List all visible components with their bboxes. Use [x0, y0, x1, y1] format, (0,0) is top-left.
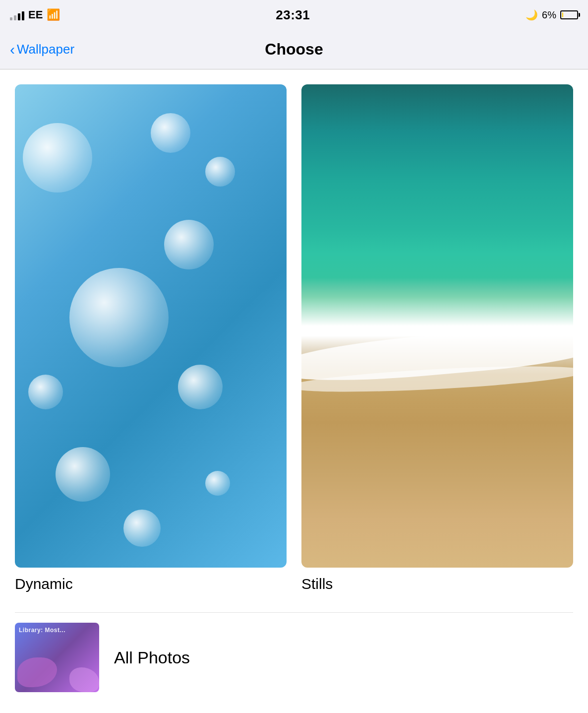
content-area: Dynamic Stills Library: Most... All Phot…	[0, 69, 588, 697]
signal-bar-4	[22, 11, 24, 20]
battery-icon	[560, 10, 578, 19]
signal-bar-1	[10, 17, 12, 20]
battery-fill	[562, 12, 563, 17]
bubble-10	[123, 510, 161, 547]
carrier-text: EE	[28, 8, 43, 21]
bubble-3	[205, 157, 235, 187]
bubble-2	[151, 113, 190, 153]
bubble-1	[23, 123, 92, 193]
battery-percent: 6%	[542, 9, 556, 21]
nav-bar: ‹ Wallpaper Choose	[0, 30, 588, 69]
bubble-9	[205, 471, 230, 496]
bubble-4	[69, 268, 169, 367]
dynamic-preview	[15, 84, 287, 568]
signal-bars	[10, 9, 24, 20]
page-title: Choose	[265, 40, 323, 59]
all-photos-thumbnail: Library: Most...	[15, 623, 99, 692]
bubble-8	[56, 447, 110, 502]
thumb-blob-2	[69, 667, 99, 692]
dynamic-label: Dynamic	[15, 576, 287, 592]
stills-preview	[301, 84, 573, 568]
thumb-top-text: Library: Most...	[19, 627, 65, 634]
all-photos-row[interactable]: Library: Most... All Photos	[15, 612, 573, 697]
dynamic-background	[15, 84, 287, 568]
photo-thumb-inner: Library: Most...	[15, 623, 99, 692]
status-time: 23:31	[276, 7, 310, 23]
status-right: 🌙 6%	[526, 9, 578, 21]
wallpaper-grid: Dynamic Stills	[15, 84, 573, 592]
bubble-7	[178, 365, 223, 409]
all-photos-label: All Photos	[114, 648, 190, 667]
thumb-blob-1	[17, 657, 57, 687]
moon-icon: 🌙	[526, 9, 538, 21]
stills-background	[301, 84, 573, 568]
status-bar: EE 📶 23:31 🌙 6%	[0, 0, 588, 30]
signal-bar-3	[18, 13, 20, 20]
status-left: EE 📶	[10, 8, 60, 21]
wallpaper-item-dynamic[interactable]: Dynamic	[15, 84, 287, 592]
back-button[interactable]: ‹ Wallpaper	[10, 42, 74, 57]
signal-bar-2	[14, 15, 16, 20]
back-label: Wallpaper	[17, 42, 74, 57]
bubble-5	[164, 220, 214, 269]
chevron-left-icon: ‹	[10, 42, 15, 57]
stills-label: Stills	[301, 576, 573, 592]
wallpaper-item-stills[interactable]: Stills	[301, 84, 573, 592]
bubble-6	[28, 375, 63, 409]
wifi-icon: 📶	[47, 8, 60, 21]
